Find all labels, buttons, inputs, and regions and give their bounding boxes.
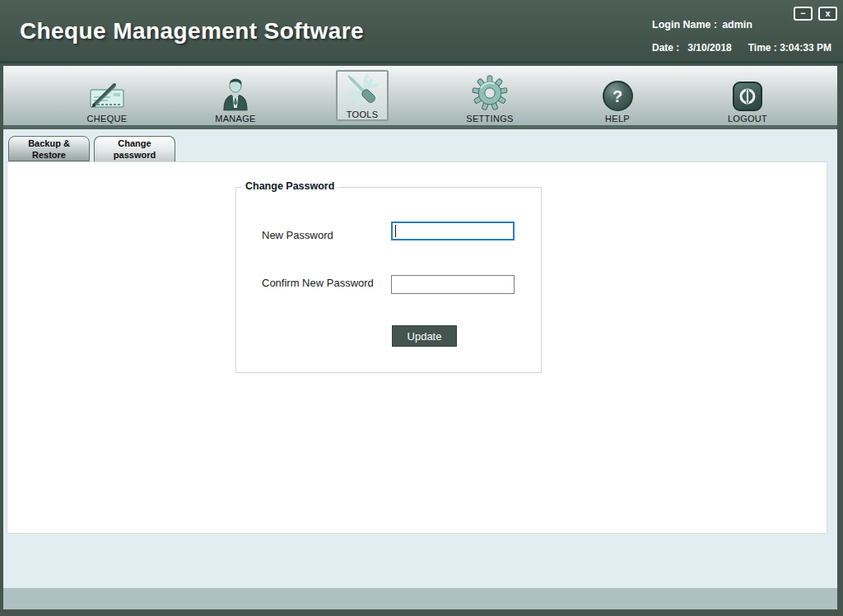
title-bar: Cheque Management Software − x Login Nam…	[0, 0, 843, 63]
toolbar-label-logout: LOGOUT	[728, 114, 767, 124]
main-toolbar: CHEQUE MANAGE	[3, 66, 837, 129]
groupbox-title: Change Password	[241, 180, 338, 192]
login-value: admin	[722, 19, 752, 30]
toolbar-item-settings[interactable]: SETTINGS	[453, 71, 527, 124]
close-button[interactable]: x	[818, 7, 837, 21]
cheque-icon	[88, 80, 126, 111]
toolbar-item-manage[interactable]: MANAGE	[198, 71, 272, 124]
confirm-password-input[interactable]	[391, 275, 515, 294]
bottom-band	[3, 588, 837, 609]
tab-backup-restore[interactable]: Backup & Restore	[8, 136, 90, 161]
toolbar-item-tools[interactable]: TOOLS	[336, 70, 389, 121]
tab-change-line1: Change	[118, 138, 151, 149]
tab-backup-line1: Backup &	[28, 138, 70, 149]
logout-icon	[733, 82, 762, 111]
confirm-password-label: Confirm New Password	[262, 277, 374, 289]
date-value: 3/10/2018	[687, 42, 731, 54]
new-password-input[interactable]	[391, 222, 515, 240]
settings-icon	[472, 75, 508, 111]
help-glyph: ?	[612, 88, 622, 105]
tab-change-password[interactable]: Change password	[94, 136, 175, 161]
app-window: Cheque Management Software − x Login Nam…	[0, 0, 843, 616]
toolbar-label-settings: SETTINGS	[466, 114, 513, 124]
update-button[interactable]: Update	[392, 325, 457, 347]
toolbar-item-cheque[interactable]: CHEQUE	[70, 71, 144, 124]
tab-backup-line2: Restore	[32, 149, 66, 161]
change-password-groupbox: Change Password New Password Confirm New…	[235, 187, 542, 373]
tools-icon	[344, 72, 380, 107]
date-label: Date :	[652, 42, 679, 54]
manage-icon	[221, 77, 249, 111]
toolbar-item-logout[interactable]: LOGOUT	[710, 71, 785, 124]
toolbar-item-help[interactable]: ? HELP	[580, 71, 654, 124]
app-title: Cheque Management Software	[20, 18, 364, 44]
minimize-button[interactable]: −	[794, 7, 813, 21]
toolbar-label-help: HELP	[605, 114, 630, 124]
tab-change-line2: password	[114, 149, 156, 161]
help-icon: ?	[603, 81, 633, 111]
toolbar-label-cheque: CHEQUE	[87, 114, 128, 124]
login-label: Login Name :	[652, 19, 717, 30]
content-panel: Change Password New Password Confirm New…	[7, 161, 827, 534]
new-password-label: New Password	[262, 229, 333, 241]
text-caret	[395, 225, 396, 237]
datetime-info: Date :3/10/2018Time : 3:04:33 PM	[652, 42, 831, 54]
toolbar-label-manage: MANAGE	[215, 114, 255, 124]
toolbar-label-tools: TOOLS	[347, 110, 379, 119]
login-info: Login Name :admin	[652, 19, 752, 30]
time-value: Time : 3:04:33 PM	[748, 42, 831, 54]
